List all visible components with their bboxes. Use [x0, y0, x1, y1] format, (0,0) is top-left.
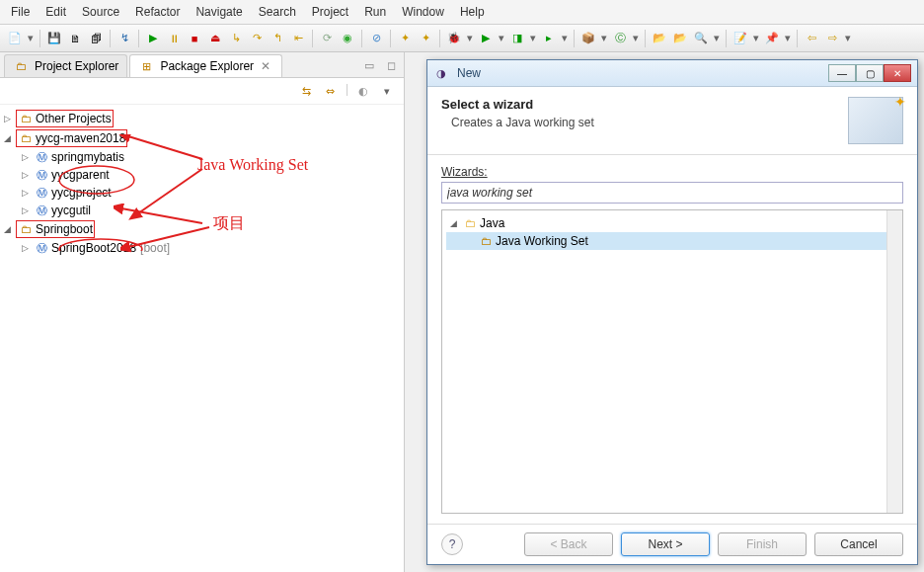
dropdown-icon[interactable]: ▾ [600, 30, 608, 47]
drop-frame-icon[interactable]: ⇤ [289, 30, 307, 47]
expander-icon[interactable]: ▷ [22, 152, 34, 162]
wizard-tree[interactable]: ◢ 🗀 Java 🗀 Java Working Set [441, 209, 903, 514]
back-button[interactable]: < Back [524, 532, 613, 556]
menu-edit[interactable]: Edit [38, 2, 73, 22]
close-button[interactable]: ✕ [884, 64, 911, 82]
toggle-mark-icon[interactable]: 📌 [763, 30, 781, 47]
menu-search[interactable]: Search [252, 2, 303, 22]
expander-icon[interactable]: ▷ [22, 243, 34, 253]
dropdown-icon[interactable]: ▾ [784, 30, 792, 47]
run-last-icon[interactable]: ▸ [540, 30, 558, 47]
expander-icon[interactable]: ▷ [22, 188, 34, 198]
maven-project-icon: Ⓜ [34, 185, 49, 201]
collapse-all-icon[interactable]: ⇆ [298, 82, 316, 100]
dropdown-icon[interactable]: ▾ [466, 30, 474, 47]
menu-source[interactable]: Source [75, 2, 126, 22]
new-package-icon[interactable]: 📦 [579, 30, 597, 47]
menu-file[interactable]: File [4, 2, 37, 22]
minimize-button[interactable]: — [828, 64, 856, 82]
new-java-icon[interactable]: ✦ [417, 30, 434, 47]
stop-icon[interactable]: ■ [186, 30, 203, 47]
dropdown-icon[interactable]: ▾ [529, 30, 537, 47]
dialog-titlebar[interactable]: ◑ New — ▢ ✕ [427, 60, 917, 87]
scrollbar[interactable] [886, 210, 902, 513]
skip-breakpoints-icon[interactable]: ⊘ [367, 30, 385, 47]
step-over-icon[interactable]: ↷ [248, 30, 266, 47]
dropdown-icon[interactable]: ▾ [27, 30, 35, 47]
expander-icon[interactable]: ▷ [4, 114, 16, 123]
tab-package-explorer[interactable]: ⊞ Package Explorer ✕ [129, 54, 282, 77]
tree-project[interactable]: ▷ Ⓜ yycgparent [2, 166, 402, 184]
cancel-button[interactable]: Cancel [814, 532, 903, 556]
link-editor-icon[interactable]: ⇔ [322, 82, 340, 100]
menu-run[interactable]: Run [357, 2, 393, 22]
wizard-category[interactable]: ◢ 🗀 Java [446, 214, 898, 232]
coverage-icon[interactable]: ◨ [508, 30, 526, 47]
forward-icon[interactable]: ⇨ [823, 30, 841, 47]
expander-icon[interactable]: ◢ [450, 218, 462, 228]
menu-navigate[interactable]: Navigate [189, 2, 249, 22]
minimize-icon[interactable]: ▭ [360, 57, 378, 75]
new-class-icon[interactable]: Ⓒ [611, 30, 629, 47]
pause-icon[interactable]: ⏸ [165, 30, 183, 47]
menu-project[interactable]: Project [305, 2, 355, 22]
tree-label: yycgutil [51, 204, 91, 217]
tree-project[interactable]: ▷ Ⓜ yycgutil [2, 202, 402, 219]
relaunch-icon[interactable]: ⟳ [318, 30, 336, 47]
wizard-filter-input[interactable] [441, 182, 903, 204]
maximize-button[interactable]: ▢ [856, 64, 884, 82]
working-set-icon: 🗀 [18, 221, 34, 237]
annotate-icon[interactable]: 📝 [732, 30, 749, 47]
tree-working-set[interactable]: ◢ 🗀 Springboot [2, 219, 402, 239]
tree-working-set[interactable]: ◢ 🗀 yycg-maven2018 [2, 128, 402, 148]
step-into-icon[interactable]: ↳ [227, 30, 245, 47]
debug-icon[interactable]: 🐞 [445, 30, 463, 47]
maximize-icon[interactable]: ◻ [382, 57, 400, 75]
save-all-icon[interactable]: 🗎 [66, 30, 84, 47]
menu-window[interactable]: Window [395, 2, 451, 22]
wand-icon[interactable]: ↯ [116, 30, 133, 47]
wizard-item[interactable]: 🗀 Java Working Set [446, 232, 898, 250]
dialog-heading: Select a wizard [441, 97, 848, 112]
open-task-icon[interactable]: 📂 [671, 30, 689, 47]
open-type-icon[interactable]: 📂 [651, 30, 668, 47]
help-button[interactable]: ? [441, 533, 463, 555]
run-icon[interactable]: ▶ [477, 30, 495, 47]
focus-task-icon[interactable]: ◐ [354, 82, 372, 100]
menu-refactor[interactable]: Refactor [128, 2, 187, 22]
dropdown-icon[interactable]: ▾ [498, 30, 505, 47]
tree-project[interactable]: ▷ Ⓜ yycgproject [2, 184, 402, 202]
tab-project-explorer[interactable]: 🗀 Project Explorer [4, 54, 127, 77]
back-icon[interactable]: ⇦ [803, 30, 820, 47]
tree-project[interactable]: ▷ Ⓜ springmybatis [2, 148, 402, 166]
expander-icon[interactable]: ▷ [22, 170, 34, 180]
dropdown-icon[interactable]: ▾ [844, 30, 852, 47]
new-server-icon[interactable]: ✦ [396, 30, 414, 47]
dropdown-icon[interactable]: ▾ [713, 30, 721, 47]
dropdown-icon[interactable]: ▾ [752, 30, 760, 47]
boot-dashboard-icon[interactable]: ◉ [339, 30, 356, 47]
view-menu-icon[interactable]: ▾ [378, 82, 396, 100]
menu-help[interactable]: Help [453, 2, 492, 22]
step-return-icon[interactable]: ↰ [269, 30, 286, 47]
tree-working-set[interactable]: ▷ 🗀 Other Projects [2, 109, 402, 128]
expander-icon[interactable]: ◢ [4, 133, 16, 143]
dropdown-icon[interactable]: ▾ [632, 30, 640, 47]
tree-label: Other Projects [36, 112, 112, 125]
disconnect-icon[interactable]: ⏏ [206, 30, 224, 47]
folder-icon: 🗀 [462, 215, 478, 231]
expander-icon[interactable]: ▷ [22, 205, 34, 215]
tree-project[interactable]: ▷ Ⓜ SpringBoot2018 [boot] [2, 239, 402, 257]
dropdown-icon[interactable]: ▾ [561, 30, 569, 47]
tree-label: Java [480, 216, 504, 230]
next-button[interactable]: Next > [621, 532, 710, 556]
finish-button[interactable]: Finish [718, 532, 807, 556]
save-icon[interactable]: 💾 [45, 30, 63, 47]
new-icon[interactable]: 📄 [6, 30, 24, 47]
package-tree[interactable]: ▷ 🗀 Other Projects ◢ 🗀 yycg-maven2018 ▷ … [0, 105, 404, 572]
close-icon[interactable]: ✕ [258, 59, 273, 73]
print-icon[interactable]: 🗐 [87, 30, 105, 47]
resume-icon[interactable]: ▶ [144, 30, 162, 47]
search-icon[interactable]: 🔍 [692, 30, 710, 47]
expander-icon[interactable]: ◢ [4, 224, 16, 234]
